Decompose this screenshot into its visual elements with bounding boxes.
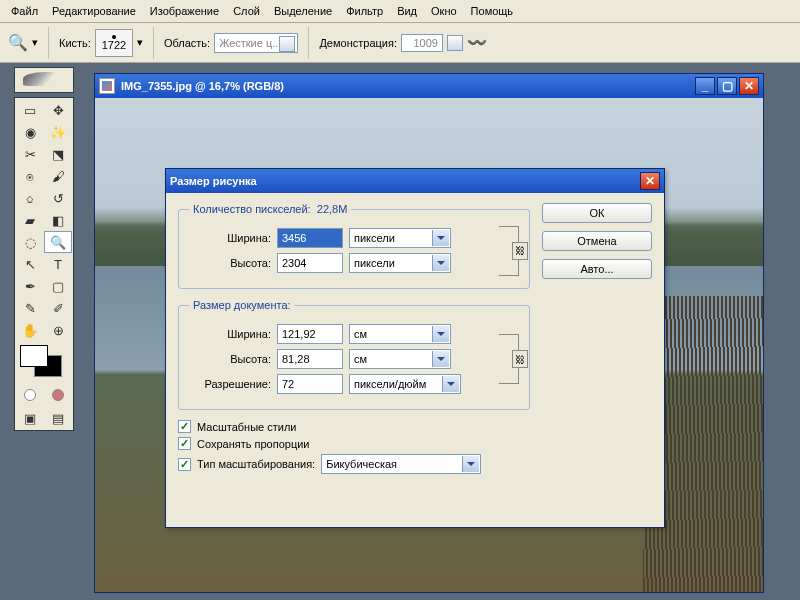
px-width-unit[interactable]: пиксели [349,228,451,248]
tool-brush[interactable]: 🖌 [44,165,72,187]
tool-move[interactable]: ✥ [44,99,72,121]
dialog-titlebar[interactable]: Размер рисунка ✕ [166,169,664,193]
menu-select[interactable]: Выделение [267,2,339,20]
pixel-dimensions-size: 22,8M [317,203,348,215]
sidebar: ▭ ✥ ◉ ✨ ✂ ⬔ ⍟ 🖌 ⎐ ↺ ▰ ◧ ◌ 🔍 ↖ T ✒ ▢ ✎ ✐ … [0,63,88,600]
tool-eraser[interactable]: ▰ [16,209,44,231]
pixel-dimensions-group: Количество пискселей: 22,8M Ширина: 3456… [178,203,530,289]
chain-icon[interactable]: ⛓ [512,350,528,368]
tool-lasso[interactable]: ◉ [16,121,44,143]
tool-slice[interactable]: ⬔ [44,143,72,165]
doc-width-label: Ширина: [189,328,271,340]
squiggle-icon[interactable]: 〰️ [467,33,487,52]
tool-path[interactable]: ↖ [16,253,44,275]
doc-width-input[interactable]: 121,92 [277,324,343,344]
area-select[interactable]: Жесткие ц... [214,33,298,53]
pixel-dimensions-label: Количество пискселей: [193,203,311,215]
zoom-dropdown-arrow[interactable]: ▾ [32,36,38,49]
cancel-button[interactable]: Отмена [542,231,652,251]
document-canvas[interactable]: Размер рисунка ✕ Количество пискселей: 2… [95,98,763,592]
document-window: IMG_7355.jpg @ 16,7% (RGB/8) _ ▢ ✕ Разме… [94,73,764,593]
tool-gradient[interactable]: ◧ [44,209,72,231]
zoom-icon: 🔍 [8,33,28,52]
workspace: ▭ ✥ ◉ ✨ ✂ ⬔ ⍟ 🖌 ⎐ ↺ ▰ ◧ ◌ 🔍 ↖ T ✒ ▢ ✎ ✐ … [0,63,800,600]
tool-stamp[interactable]: ⎐ [16,187,44,209]
brush-preview[interactable]: 1722 [95,29,133,57]
demo-value[interactable]: 1009 [401,34,443,52]
checkbox-icon: ✓ [178,437,191,450]
doc-link-bracket: ⛓ [499,334,519,384]
area-label: Область: [164,37,210,49]
document-titlebar[interactable]: IMG_7355.jpg @ 16,7% (RGB/8) _ ▢ ✕ [95,74,763,98]
menu-view[interactable]: Вид [390,2,424,20]
px-height-input[interactable]: 2304 [277,253,343,273]
doc-height-input[interactable]: 81,28 [277,349,343,369]
menu-bar: Файл Редактирование Изображение Слой Выд… [0,0,800,23]
tool-crop[interactable]: ✂ [16,143,44,165]
maximize-button[interactable]: ▢ [717,77,737,95]
resample-label: Тип масштабирования: [197,458,315,470]
tool-notes[interactable]: ✎ [16,297,44,319]
tool-hand[interactable]: ✋ [16,319,44,341]
dialog-close-button[interactable]: ✕ [640,172,660,190]
standard-mode[interactable] [16,385,44,405]
app-logo [14,67,74,93]
tool-zoom[interactable]: 🔍 [44,231,72,253]
doc-height-label: Высота: [189,353,271,365]
menu-help[interactable]: Помощь [464,2,521,20]
foreground-color[interactable] [20,345,48,367]
tool-heal[interactable]: ⍟ [16,165,44,187]
document-title: IMG_7355.jpg @ 16,7% (RGB/8) [121,80,284,92]
toolbox: ▭ ✥ ◉ ✨ ✂ ⬔ ⍟ 🖌 ⎐ ↺ ▰ ◧ ◌ 🔍 ↖ T ✒ ▢ ✎ ✐ … [14,97,74,431]
options-bar: 🔍 ▾ Кисть: 1722 ▾ Область: Жесткие ц... … [0,23,800,63]
menu-image[interactable]: Изображение [143,2,226,20]
screen-mode-2[interactable]: ▤ [44,407,72,429]
chain-icon[interactable]: ⛓ [512,242,528,260]
document-size-label: Размер документа: [189,299,295,311]
menu-file[interactable]: Файл [4,2,45,20]
tool-history[interactable]: ↺ [44,187,72,209]
demo-label: Демонстрация: [319,37,397,49]
resolution-input[interactable]: 72 [277,374,343,394]
tool-zoom2[interactable]: ⊕ [44,319,72,341]
checkbox-icon[interactable]: ✓ [178,458,191,471]
tool-pen[interactable]: ✒ [16,275,44,297]
px-height-unit[interactable]: пиксели [349,253,451,273]
doc-width-unit[interactable]: см [349,324,451,344]
px-width-input[interactable]: 3456 [277,228,343,248]
tool-eyedrop[interactable]: ✐ [44,297,72,319]
menu-filter[interactable]: Фильтр [339,2,390,20]
checkbox-icon: ✓ [178,420,191,433]
scale-styles-label: Масштабные стили [197,421,296,433]
scale-styles-check[interactable]: ✓ Масштабные стили [178,420,530,433]
tool-marquee[interactable]: ▭ [16,99,44,121]
color-swatches[interactable] [18,343,72,383]
screen-mode-1[interactable]: ▣ [16,407,44,429]
doc-height-unit[interactable]: см [349,349,451,369]
ok-button[interactable]: ОК [542,203,652,223]
brush-dropdown-arrow[interactable]: ▾ [137,36,143,49]
auto-button[interactable]: Авто... [542,259,652,279]
image-size-dialog: Размер рисунка ✕ Количество пискселей: 2… [165,168,665,528]
px-height-label: Высота: [189,257,271,269]
resolution-unit[interactable]: пиксели/дюйм [349,374,461,394]
tool-shape[interactable]: ▢ [44,275,72,297]
close-button[interactable]: ✕ [739,77,759,95]
document-icon [99,78,115,94]
menu-edit[interactable]: Редактирование [45,2,143,20]
constrain-label: Сохранять пропорции [197,438,310,450]
tool-wand[interactable]: ✨ [44,121,72,143]
constrain-proportions-check[interactable]: ✓ Сохранять пропорции [178,437,530,450]
menu-window[interactable]: Окно [424,2,464,20]
dialog-title: Размер рисунка [170,175,257,187]
demo-play-button[interactable] [447,35,463,51]
menu-layer[interactable]: Слой [226,2,267,20]
resolution-label: Разрешение: [189,378,271,390]
quickmask-mode[interactable] [44,385,72,405]
brush-size-value: 1722 [102,40,126,50]
tool-type[interactable]: T [44,253,72,275]
px-width-label: Ширина: [189,232,271,244]
minimize-button[interactable]: _ [695,77,715,95]
tool-blur[interactable]: ◌ [16,231,44,253]
resample-method-select[interactable]: Бикубическая [321,454,481,474]
